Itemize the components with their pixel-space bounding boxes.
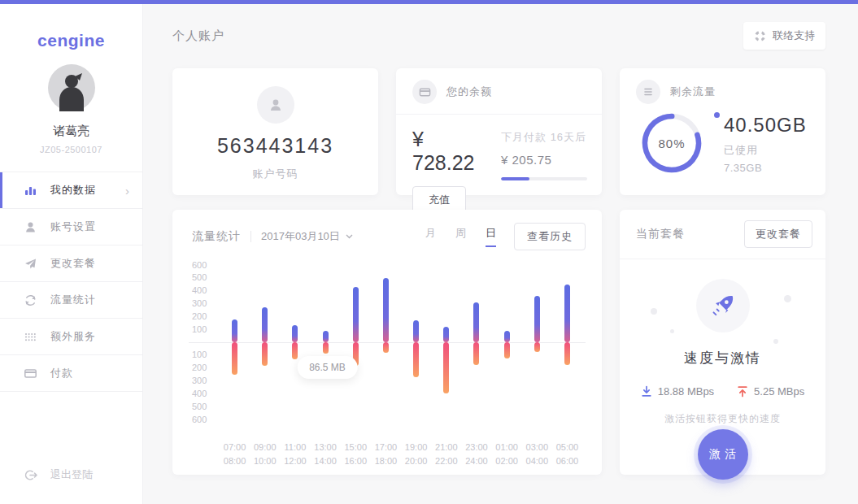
page-title: 个人账户 — [172, 28, 224, 44]
chart-title: 流量统计 — [192, 229, 241, 244]
chevron-down-icon — [346, 234, 353, 239]
upload-speed: 5.25 MBps — [754, 385, 804, 398]
bar-down — [473, 342, 479, 365]
chart-column-5[interactable]: 17:00 18:00 — [371, 265, 401, 468]
divider — [250, 231, 251, 242]
account-number-caption: 账户号码 — [172, 167, 378, 181]
x-axis-label: 01:00 02:00 — [495, 441, 518, 468]
user-icon — [257, 86, 294, 124]
change-plan-button[interactable]: 更改套餐 — [744, 220, 812, 248]
tab-range-1[interactable]: 周 — [455, 226, 466, 247]
bar-down — [564, 342, 570, 365]
bar-up — [262, 307, 268, 342]
activate-hint: 激活按钮获得更快的速度 — [620, 412, 825, 426]
x-axis-label: 19:00 20:00 — [405, 441, 428, 468]
x-axis-label: 05:00 06:00 — [556, 441, 579, 468]
y-tick-label: 200 — [192, 363, 216, 373]
data-usage-donut: 80% — [641, 112, 703, 174]
bar-up — [413, 320, 419, 342]
bar-down — [504, 342, 510, 358]
bar-down — [534, 342, 540, 352]
x-axis-label: 07:00 08:00 — [224, 441, 246, 468]
chart-column-0[interactable]: 07:00 08:00 — [220, 265, 250, 468]
chart-date-value: 2017年03月10日 — [261, 229, 340, 244]
sidebar-item-label: 账号设置 — [50, 219, 96, 234]
used-data-value: 7.35GB — [724, 162, 807, 174]
chart-column-10[interactable]: 03:00 04:00 — [522, 265, 552, 468]
contact-support-button[interactable]: 联络支持 — [743, 22, 825, 50]
view-history-button[interactable]: 查看历史 — [514, 223, 586, 250]
next-payment-label: 下月付款 — [501, 131, 547, 143]
used-data-label: 已使用 — [724, 143, 807, 158]
refresh-icon — [24, 293, 37, 307]
avatar — [48, 64, 95, 115]
sidebar-item-0[interactable]: 我的数据› — [0, 172, 142, 209]
logout-button[interactable]: 退出登陆 — [24, 467, 93, 482]
donut-percent-label: 80% — [641, 112, 703, 174]
chart-y-axis: 100100200200300300400400500500600600 — [192, 265, 216, 419]
chart-date-dropdown[interactable]: 2017年03月10日 — [261, 229, 353, 244]
chart-tooltip-text: 86.5 MB — [309, 362, 346, 373]
traffic-chart-card: 流量统计 2017年03月10日 月周日 查看历史 10010020020030… — [172, 210, 602, 475]
sidebar-item-5[interactable]: 付款 — [0, 355, 142, 392]
bar-up — [383, 278, 389, 342]
chart-column-6[interactable]: 19:00 20:00 — [401, 265, 431, 468]
y-tick-label: 100 — [192, 324, 216, 335]
bar-up — [504, 331, 510, 342]
x-axis-label: 11:00 12:00 — [284, 441, 307, 468]
sidebar-item-2[interactable]: 更改套餐 — [0, 245, 142, 282]
chart-column-1[interactable]: 09:00 10:00 — [250, 265, 280, 468]
credit-card-icon — [412, 80, 437, 104]
logout-label: 退出登陆 — [50, 467, 93, 482]
sidebar: cengine 诸葛亮 JZ05-2500107 我的数据›账号设置更改套餐流量… — [0, 4, 143, 504]
current-plan-title: 当前套餐 — [636, 227, 685, 241]
balance-amount: ¥ 728.22 — [412, 128, 480, 175]
sidebar-item-3[interactable]: 流量统计 — [0, 282, 142, 319]
chart-column-7[interactable]: 21:00 22:00 — [431, 265, 461, 468]
y-tick-label: 600 — [192, 415, 216, 425]
x-axis-label: 21:00 22:00 — [435, 441, 458, 468]
chart-column-8[interactable]: 23:00 24:00 — [461, 265, 491, 468]
sidebar-item-4[interactable]: 额外服务 — [0, 319, 142, 355]
next-payment-progress — [501, 177, 587, 180]
paper-plane-icon — [24, 257, 37, 271]
remaining-data-card: 剩余流量 80% 40.50GB 已使用 7.35GB — [620, 68, 825, 195]
remaining-data-title: 剩余流量 — [670, 85, 716, 99]
bar-down — [443, 342, 449, 393]
sidebar-item-1[interactable]: 账号设置 — [0, 209, 142, 245]
deco-dot — [651, 308, 657, 315]
upload-icon — [737, 385, 748, 398]
x-axis-label: 15:00 16:00 — [345, 441, 368, 468]
tab-range-0[interactable]: 月 — [425, 226, 436, 247]
activate-button[interactable]: 激活 — [698, 429, 748, 480]
chevron-right-icon: › — [125, 184, 129, 198]
remaining-data-value: 40.50GB — [724, 114, 807, 137]
current-plan-card: 当前套餐 更改套餐 速度与激情 — [620, 210, 825, 475]
chart-tooltip: 86.5 MB — [297, 356, 358, 379]
chart-column-11[interactable]: 05:00 06:00 — [552, 265, 582, 468]
bar-down — [413, 342, 419, 377]
user-id: JZ05-2500107 — [0, 145, 142, 154]
download-speed: 18.88 MBps — [658, 385, 714, 398]
download-icon — [641, 385, 652, 398]
tab-range-2[interactable]: 日 — [486, 226, 496, 247]
y-tick-label: 600 — [192, 260, 216, 271]
chart-column-9[interactable]: 01:00 02:00 — [492, 265, 522, 468]
app-logo: cengine — [0, 31, 142, 50]
sidebar-item-label: 我的数据 — [50, 183, 96, 198]
balance-card-title: 您的余额 — [446, 85, 492, 99]
chart-columns: 07:00 08:0009:00 10:0011:00 12:0013:00 1… — [220, 265, 582, 468]
account-card: 563443143 账户号码 — [172, 68, 378, 195]
x-axis-label: 17:00 18:00 — [375, 441, 398, 468]
y-tick-label: 500 — [192, 402, 216, 412]
top-accent-bar — [0, 0, 858, 4]
sidebar-item-label: 流量统计 — [50, 293, 96, 307]
x-axis-label: 03:00 04:00 — [526, 441, 549, 468]
y-tick-label: 400 — [192, 285, 216, 296]
y-tick-label: 300 — [192, 298, 216, 309]
bar-up — [232, 319, 237, 343]
traffic-bar-chart: 100100200200300300400400500500600600 07:… — [192, 265, 582, 468]
y-tick-label: 300 — [192, 376, 216, 386]
balance-card: 您的余额 ¥ 728.22 充值 下月付款 16天后 ¥ 205.75 — [396, 68, 602, 195]
y-tick-label: 500 — [192, 272, 216, 283]
